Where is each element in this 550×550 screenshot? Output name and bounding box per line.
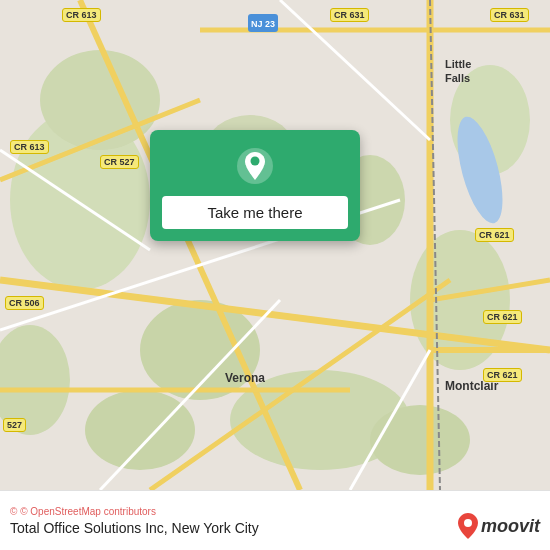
road-label-cr621-top: CR 621 [475, 228, 514, 242]
moovit-text: moovit [481, 516, 540, 537]
road-label-cr506: CR 506 [5, 296, 44, 310]
moovit-pin-icon [457, 512, 479, 540]
road-label-cr613-mid: CR 613 [10, 140, 49, 154]
place-name: Total Office Solutions Inc, New York Cit… [10, 520, 259, 536]
map-container: NJ 23 Little Falls Verona Montclair CR 6… [0, 0, 550, 490]
svg-text:Little: Little [445, 58, 471, 70]
svg-text:Verona: Verona [225, 371, 265, 385]
attribution-text: © OpenStreetMap contributors [20, 506, 156, 517]
svg-point-11 [370, 405, 470, 475]
road-label-cr631-top: CR 631 [330, 8, 369, 22]
road-label-cr527: CR 527 [100, 155, 139, 169]
moovit-logo: moovit [457, 512, 540, 540]
road-label-cr631-right: CR 631 [490, 8, 529, 22]
svg-text:Falls: Falls [445, 72, 470, 84]
copyright-symbol: © [10, 506, 17, 517]
location-pin-icon [235, 146, 275, 186]
road-label-cr613-top: CR 613 [62, 8, 101, 22]
take-me-there-button[interactable]: Take me there [162, 196, 348, 229]
road-label-527: 527 [3, 418, 26, 432]
bottom-bar: © © OpenStreetMap contributors Total Off… [0, 490, 550, 550]
svg-point-35 [251, 157, 260, 166]
road-label-cr621-mid: CR 621 [483, 310, 522, 324]
svg-point-36 [464, 519, 472, 527]
svg-point-5 [85, 390, 195, 470]
map-attribution: © © OpenStreetMap contributors [10, 506, 259, 517]
road-label-cr621-bot: CR 621 [483, 368, 522, 382]
popup-card: Take me there [150, 130, 360, 241]
svg-text:NJ 23: NJ 23 [251, 19, 275, 29]
